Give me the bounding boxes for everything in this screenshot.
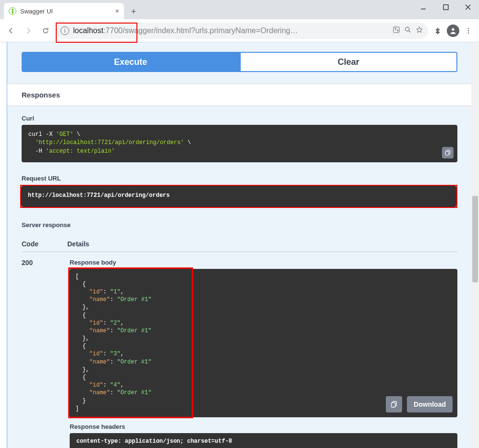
tab-title: Swagger UI xyxy=(20,8,53,15)
responses-heading: Responses xyxy=(7,84,472,106)
annotation-rectangle: http://localhost:7721/api/ordering/order… xyxy=(20,185,457,207)
reload-button[interactable] xyxy=(38,24,53,38)
response-body-label: Response body xyxy=(70,259,457,266)
scrollbar-thumb[interactable] xyxy=(472,196,478,282)
browser-tab-strip: Swagger UI × + xyxy=(0,0,479,19)
kebab-menu-icon[interactable] xyxy=(462,24,475,37)
new-tab-button[interactable]: + xyxy=(127,5,140,18)
zoom-icon[interactable] xyxy=(404,26,412,36)
svg-rect-2 xyxy=(393,27,399,33)
server-response-label: Server response xyxy=(22,221,457,229)
close-window-button[interactable] xyxy=(457,0,479,14)
back-button[interactable] xyxy=(4,24,18,38)
address-bar[interactable]: i localhost:7700/swagger/index.html?urls… xyxy=(56,23,428,39)
download-button[interactable]: Download xyxy=(407,396,453,412)
maximize-button[interactable] xyxy=(435,0,457,14)
execute-button[interactable]: Execute xyxy=(22,52,240,72)
extensions-icon[interactable] xyxy=(431,24,444,37)
address-text: localhost:7700/swagger/index.html?urls.p… xyxy=(73,26,389,35)
swagger-operation-panel: Execute Clear Responses Curl curl -X 'GE… xyxy=(7,42,472,448)
close-tab-icon[interactable]: × xyxy=(115,8,119,14)
bookmark-star-icon[interactable] xyxy=(416,26,423,36)
page-viewport: Execute Clear Responses Curl curl -X 'GE… xyxy=(0,42,479,448)
request-url-block: http://localhost:7721/api/ordering/order… xyxy=(21,186,456,206)
code-column-header: Code xyxy=(22,240,38,248)
svg-rect-11 xyxy=(392,403,395,407)
response-code: 200 xyxy=(22,259,41,448)
svg-point-6 xyxy=(468,30,469,31)
response-headers-block: content-type: application/json; charset=… xyxy=(70,433,457,448)
copy-response-icon[interactable] xyxy=(386,396,402,412)
response-body-block: [ { "id": "1", "name": "Order #1" }, { "… xyxy=(70,269,457,417)
copy-curl-icon[interactable] xyxy=(442,147,454,158)
svg-rect-9 xyxy=(445,151,449,155)
svg-rect-1 xyxy=(443,5,448,10)
response-headers-label: Response headers xyxy=(70,423,457,430)
translate-icon[interactable] xyxy=(393,26,400,36)
browser-toolbar: i localhost:7700/swagger/index.html?urls… xyxy=(0,19,479,42)
details-column-header: Details xyxy=(67,240,89,248)
svg-point-5 xyxy=(468,28,469,29)
browser-tab[interactable]: Swagger UI × xyxy=(4,3,124,19)
clear-button[interactable]: Clear xyxy=(240,52,458,72)
profile-avatar[interactable] xyxy=(446,24,460,37)
svg-point-7 xyxy=(468,32,469,33)
site-info-icon[interactable]: i xyxy=(61,26,69,35)
scrollbar-track[interactable] xyxy=(471,42,479,448)
request-url-label: Request URL xyxy=(22,175,457,182)
curl-label: Curl xyxy=(22,115,457,122)
svg-point-3 xyxy=(405,27,409,31)
swagger-favicon xyxy=(9,7,16,15)
forward-button[interactable] xyxy=(21,24,36,38)
window-controls xyxy=(413,0,479,14)
minimize-button[interactable] xyxy=(413,0,435,14)
curl-block: curl -X 'GET' \ 'http://localhost:7721/a… xyxy=(22,125,457,162)
svg-rect-0 xyxy=(421,9,426,9)
svg-point-4 xyxy=(452,28,454,30)
